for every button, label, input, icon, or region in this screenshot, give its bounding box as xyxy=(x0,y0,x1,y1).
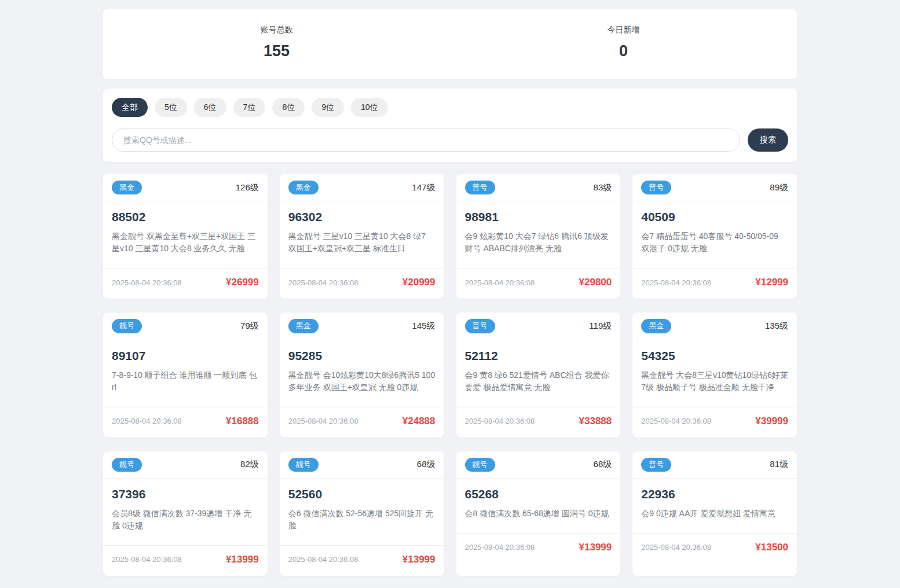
account-level: 68级 xyxy=(417,459,436,470)
listing-price: ¥13999 xyxy=(579,542,612,553)
listing-date: 2025-08-04 20:36:08 xyxy=(465,278,535,287)
card-footer: 2025-08-04 20:36:08 ¥20999 xyxy=(280,268,444,299)
card-footer: 2025-08-04 20:36:08 ¥26999 xyxy=(103,268,268,299)
account-card-grid: 黑金 126级 88502 黑金靓号 双黑金至尊+双三星+双国王 三星v10 三… xyxy=(103,174,797,576)
listing-date: 2025-08-04 20:36:08 xyxy=(641,278,711,287)
account-type-badge: 普号 xyxy=(465,181,495,194)
account-description: 黑金靓号 大会8三星v10黄钻10绿钻6好莱7级 极品顺子号 极品准全顺 无脸干… xyxy=(641,369,788,394)
stat-new-today: 今日新增 0 xyxy=(450,25,797,60)
account-type-badge: 靓号 xyxy=(288,458,319,472)
card-header: 靓号 68级 xyxy=(280,451,444,479)
account-level: 147级 xyxy=(412,182,435,193)
card-footer: 2025-08-04 20:36:08 ¥13999 xyxy=(103,545,268,576)
account-level: 83级 xyxy=(594,182,612,193)
card-body: 52560 会6 微信满次数 52-56递增 525回旋开 无脸 xyxy=(280,479,444,545)
listing-date: 2025-08-04 20:36:08 xyxy=(465,417,535,425)
card-body: 52112 会9 黄8 绿6 521爱情号 ABC组合 我爱你要爱 极品爱情寓意… xyxy=(456,340,621,407)
listing-price: ¥39999 xyxy=(755,416,788,427)
qq-number: 65268 xyxy=(465,487,612,501)
listing-price: ¥13500 xyxy=(755,542,788,553)
account-card[interactable]: 靓号 82级 37396 会员8级 微信满次数 37-39递增 干净 无脸 0违… xyxy=(103,451,268,576)
account-card[interactable]: 靓号 68级 52560 会6 微信满次数 52-56递增 525回旋开 无脸 … xyxy=(280,451,444,576)
card-body: 65268 会8 微信满次数 65-68递增 圆润号 0违规 xyxy=(456,479,621,533)
listing-price: ¥20999 xyxy=(403,277,436,288)
account-description: 会9 炫彩黄10 大会7 绿钻6 腾讯6 顶级发财号 ABABC排列漂亮 无脸 xyxy=(465,230,612,255)
qq-number: 52112 xyxy=(465,349,612,363)
search-input[interactable] xyxy=(112,128,740,152)
filter-tab-6[interactable]: 10位 xyxy=(351,98,388,117)
qq-number: 37396 xyxy=(112,487,259,501)
account-card[interactable]: 靓号 68级 65268 会8 微信满次数 65-68递增 圆润号 0违规 20… xyxy=(456,451,621,576)
qq-number: 40509 xyxy=(641,210,788,224)
account-card[interactable]: 黑金 147级 96302 黑金靓号 三星v10 三星黄10 大会8 绿7 双国… xyxy=(280,174,444,299)
qq-number: 88502 xyxy=(112,210,259,224)
account-description: 会8 微信满次数 65-68递增 圆润号 0违规 xyxy=(465,508,612,520)
card-body: 37396 会员8级 微信满次数 37-39递增 干净 无脸 0违规 xyxy=(103,479,268,545)
search-button[interactable]: 搜索 xyxy=(748,128,788,152)
card-header: 靓号 68级 xyxy=(456,451,621,479)
account-description: 会6 微信满次数 52-56递增 525回旋开 无脸 xyxy=(288,508,436,532)
qq-number: 95285 xyxy=(288,349,436,363)
account-card[interactable]: 黑金 145级 95285 黑金靓号 会10炫彩黄10大8绿6腾讯5 100多年… xyxy=(280,313,444,437)
listing-price: ¥16888 xyxy=(226,416,259,427)
account-card[interactable]: 黑金 126级 88502 黑金靓号 双黑金至尊+双三星+双国王 三星v10 三… xyxy=(103,174,268,299)
account-description: 黑金靓号 三星v10 三星黄10 大会8 绿7 双国王+双皇冠+双三星 标准生日 xyxy=(288,230,436,255)
account-description: 黑金靓号 会10炫彩黄10大8绿6腾讯5 100多年业务 双国王+双皇冠 无脸 … xyxy=(288,369,436,394)
listing-date: 2025-08-04 20:36:08 xyxy=(112,278,182,287)
account-card[interactable]: 黑金 135级 54325 黑金靓号 大会8三星v10黄钻10绿钻6好莱7级 极… xyxy=(632,313,797,437)
account-description: 会员8级 微信满次数 37-39递增 干净 无脸 0违规 xyxy=(112,508,259,532)
filter-tab-1[interactable]: 5位 xyxy=(155,98,187,117)
listing-date: 2025-08-04 20:36:08 xyxy=(112,417,182,425)
card-footer: 2025-08-04 20:36:08 ¥12999 xyxy=(632,268,797,299)
account-level: 81级 xyxy=(770,459,788,470)
account-card[interactable]: 普号 81级 22936 会9 0违规 AA开 爱爱就想妞 爱情寓意 2025-… xyxy=(632,451,797,576)
stat-total-value: 155 xyxy=(103,42,450,60)
card-header: 普号 119级 xyxy=(456,313,621,340)
card-header: 黑金 135级 xyxy=(632,313,797,340)
account-card[interactable]: 普号 119级 52112 会9 黄8 绿6 521爱情号 ABC组合 我爱你要… xyxy=(456,313,621,437)
card-header: 靓号 82级 xyxy=(103,451,268,479)
card-body: 88502 黑金靓号 双黑金至尊+双三星+双国王 三星v10 三星黄10 大会8… xyxy=(103,201,268,268)
card-header: 普号 83级 xyxy=(456,174,621,201)
account-type-badge: 靓号 xyxy=(112,319,142,333)
account-type-badge: 靓号 xyxy=(465,458,495,472)
page-container: 账号总数 155 今日新增 0 全部 5位 6位 7位 8位 9位 10位 搜索… xyxy=(103,0,797,587)
listing-date: 2025-08-04 20:36:08 xyxy=(112,555,182,564)
listing-price: ¥12999 xyxy=(755,277,788,288)
filter-tab-0[interactable]: 全部 xyxy=(112,98,148,117)
account-type-badge: 黑金 xyxy=(112,181,142,194)
account-card[interactable]: 普号 83级 98981 会9 炫彩黄10 大会7 绿钻6 腾讯6 顶级发财号 … xyxy=(456,174,621,299)
account-description: 会7 精品蛋蛋号 40客服号 40-50/05-09 双混子 0违规 无脸 xyxy=(641,230,788,255)
filter-tab-4[interactable]: 8位 xyxy=(272,98,305,117)
card-header: 黑金 145级 xyxy=(280,313,444,340)
qq-number: 89107 xyxy=(112,349,259,363)
filter-tab-5[interactable]: 9位 xyxy=(312,98,344,117)
listing-price: ¥26999 xyxy=(226,277,259,288)
stat-today-label: 今日新增 xyxy=(450,25,797,35)
card-header: 普号 81级 xyxy=(632,451,797,479)
listing-price: ¥33888 xyxy=(579,416,612,427)
account-level: 135级 xyxy=(765,321,788,332)
account-type-badge: 黑金 xyxy=(288,319,319,333)
account-card[interactable]: 普号 89级 40509 会7 精品蛋蛋号 40客服号 40-50/05-09 … xyxy=(632,174,797,299)
account-card[interactable]: 靓号 79级 89107 7-8-9-10 顺子组合 谁用谁顺 一顺到底 包rl… xyxy=(103,313,268,437)
digit-filter-tabs: 全部 5位 6位 7位 8位 9位 10位 xyxy=(112,98,788,117)
account-type-badge: 黑金 xyxy=(641,319,671,333)
account-level: 126级 xyxy=(236,182,259,193)
account-description: 7-8-9-10 顺子组合 谁用谁顺 一顺到底 包rl xyxy=(112,369,259,394)
filter-tab-2[interactable]: 6位 xyxy=(194,98,226,117)
stat-today-value: 0 xyxy=(450,42,797,60)
card-footer: 2025-08-04 20:36:08 ¥13999 xyxy=(456,533,621,564)
listing-date: 2025-08-04 20:36:08 xyxy=(641,417,711,425)
account-level: 79级 xyxy=(240,321,259,332)
card-body: 89107 7-8-9-10 顺子组合 谁用谁顺 一顺到底 包rl xyxy=(103,340,268,407)
account-type-badge: 靓号 xyxy=(112,458,142,472)
account-description: 会9 0违规 AA开 爱爱就想妞 爱情寓意 xyxy=(641,508,788,520)
card-header: 黑金 147级 xyxy=(280,174,444,201)
qq-number: 52560 xyxy=(288,487,436,501)
card-body: 22936 会9 0违规 AA开 爱爱就想妞 爱情寓意 xyxy=(632,479,797,533)
filter-tab-3[interactable]: 7位 xyxy=(233,98,266,117)
account-level: 89级 xyxy=(770,182,788,193)
listing-date: 2025-08-04 20:36:08 xyxy=(641,543,711,552)
card-footer: 2025-08-04 20:36:08 ¥24888 xyxy=(280,407,444,438)
